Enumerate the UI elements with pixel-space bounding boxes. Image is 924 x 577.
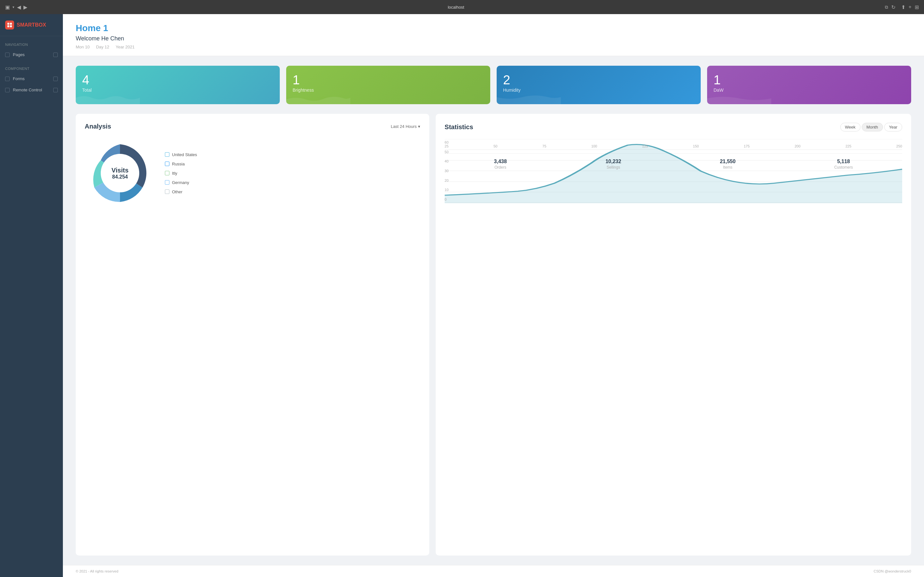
stat-number-total: 4 bbox=[82, 73, 273, 86]
x-label-25: 25 bbox=[445, 144, 449, 148]
x-label-200: 200 bbox=[795, 144, 800, 148]
translate-icon[interactable]: ⧉ bbox=[885, 5, 888, 10]
summary-orders: 3,438 Orders bbox=[494, 159, 507, 169]
url-text: localhost bbox=[448, 5, 464, 10]
items-value: 21,550 bbox=[720, 159, 736, 164]
donut-chart: Visits 84.254 bbox=[85, 138, 155, 208]
logo-text: SMARTBOX bbox=[17, 22, 46, 28]
chart-legend: United States Russia Itly Germany bbox=[165, 152, 197, 194]
items-label: Items bbox=[720, 165, 736, 169]
legend-label-russia: Russia bbox=[172, 161, 185, 166]
tab-week[interactable]: Week bbox=[840, 123, 861, 131]
legend-item-germany: Germany bbox=[165, 180, 197, 185]
analysis-title: Analysis bbox=[85, 123, 111, 130]
stat-card-daw: 1 DaW bbox=[707, 66, 911, 104]
date-day-name: Mon 10 bbox=[76, 45, 89, 49]
legend-box-russia bbox=[165, 161, 170, 166]
customers-label: Customers bbox=[834, 165, 853, 169]
stat-number-daw: 1 bbox=[714, 73, 905, 86]
svg-rect-2 bbox=[7, 25, 9, 27]
remote-checkbox-right[interactable] bbox=[53, 88, 58, 92]
analysis-content: Visits 84.254 United States Russia bbox=[85, 138, 420, 208]
browser-nav-group: ▣ ▾ ◀ ▶ bbox=[5, 4, 27, 10]
legend-item-other: Other bbox=[165, 189, 197, 194]
footer-left: © 2021 - All rights reserved bbox=[76, 569, 118, 573]
pages-checkbox-left[interactable] bbox=[5, 53, 10, 57]
footer-right: CSDN @wonderstruck0 bbox=[874, 569, 911, 573]
stat-card-total: 4 Total bbox=[76, 66, 280, 104]
x-label-75: 75 bbox=[543, 144, 546, 148]
pages-checkbox-right[interactable] bbox=[53, 53, 58, 57]
sellings-label: Sellings bbox=[606, 165, 621, 169]
summary-customers: 5,118 Customers bbox=[834, 159, 853, 169]
x-label-50: 50 bbox=[493, 144, 497, 148]
sidebar-item-remote-left: Remote Control bbox=[5, 87, 42, 92]
refresh-icon[interactable]: ↻ bbox=[891, 4, 895, 10]
remote-control-label: Remote Control bbox=[13, 87, 42, 92]
statistics-panel: Statistics Week Month Year bbox=[436, 114, 911, 556]
svg-rect-1 bbox=[10, 23, 12, 25]
sidebar-item-pages[interactable]: Pages bbox=[0, 49, 63, 60]
pages-label: Pages bbox=[13, 52, 25, 57]
sidebar-item-remote-control[interactable]: Remote Control bbox=[0, 84, 63, 95]
legend-label-itly: Itly bbox=[172, 171, 178, 176]
browser-actions: ⧉ ↻ ⬆ + ⊞ bbox=[885, 4, 919, 10]
stat-card-brightness: 1 Brightness bbox=[286, 66, 490, 104]
date-year: Year 2021 bbox=[116, 45, 135, 49]
grid-icon[interactable]: ⊞ bbox=[915, 4, 919, 10]
page-header: Home 1 Welcome He Chen Mon 10 Day 12 Yea… bbox=[63, 14, 924, 56]
remote-checkbox-left[interactable] bbox=[5, 88, 10, 92]
page-date: Mon 10 Day 12 Year 2021 bbox=[76, 45, 911, 49]
statistics-title: Statistics bbox=[445, 123, 473, 131]
sidebar-item-pages-left: Pages bbox=[5, 52, 25, 57]
svg-rect-0 bbox=[7, 23, 9, 25]
date-day-num: Day 12 bbox=[96, 45, 109, 49]
legend-box-other bbox=[165, 189, 170, 194]
page-title: Home 1 bbox=[76, 23, 911, 33]
main-content: Home 1 Welcome He Chen Mon 10 Day 12 Yea… bbox=[63, 14, 924, 577]
time-filter-button[interactable]: Last 24 Hours ▾ bbox=[391, 124, 420, 129]
svg-rect-3 bbox=[10, 25, 12, 27]
component-section-label: Component bbox=[0, 60, 63, 73]
x-label-175: 175 bbox=[744, 144, 750, 148]
legend-item-itly: Itly bbox=[165, 171, 197, 176]
sidebar: SMARTBOX Navigation Pages Component Form… bbox=[0, 14, 63, 577]
donut-label: Visits bbox=[111, 167, 129, 174]
back-icon[interactable]: ◀ bbox=[17, 4, 21, 10]
legend-box-itly bbox=[165, 171, 170, 175]
statistics-panel-header: Statistics Week Month Year bbox=[445, 123, 902, 131]
tab-month[interactable]: Month bbox=[862, 123, 883, 131]
tab-year[interactable]: Year bbox=[884, 123, 902, 131]
sidebar-toggle-icon[interactable]: ▣ bbox=[5, 4, 10, 10]
summary-sellings: 10,232 Sellings bbox=[606, 159, 621, 169]
forms-checkbox-left[interactable] bbox=[5, 77, 10, 81]
x-label-150: 150 bbox=[693, 144, 699, 148]
x-label-125: 125 bbox=[642, 144, 648, 148]
analysis-panel-header: Analysis Last 24 Hours ▾ bbox=[85, 123, 420, 130]
share-icon[interactable]: ⬆ bbox=[901, 4, 905, 10]
nav-section-label: Navigation bbox=[0, 36, 63, 49]
sidebar-item-forms-left: Forms bbox=[5, 76, 25, 81]
legend-label-us: United States bbox=[172, 152, 197, 157]
x-label-250: 250 bbox=[897, 144, 902, 148]
forward-icon[interactable]: ▶ bbox=[23, 4, 27, 10]
logo: SMARTBOX bbox=[0, 14, 63, 36]
time-filter-label: Last 24 Hours bbox=[391, 124, 417, 129]
sidebar-item-forms[interactable]: Forms bbox=[0, 73, 63, 84]
new-tab-icon[interactable]: + bbox=[909, 4, 911, 10]
stat-card-humidity: 2 Humidity bbox=[497, 66, 701, 104]
footer: © 2021 - All rights reserved CSDN @wonde… bbox=[63, 565, 924, 577]
forms-checkbox-right[interactable] bbox=[53, 77, 58, 81]
browser-chrome: ▣ ▾ ◀ ▶ localhost ⧉ ↻ ⬆ + ⊞ bbox=[0, 0, 924, 14]
analysis-panel: Analysis Last 24 Hours ▾ bbox=[76, 114, 429, 556]
logo-icon bbox=[5, 21, 14, 29]
forms-label: Forms bbox=[13, 76, 25, 81]
chevron-down-icon[interactable]: ▾ bbox=[13, 5, 15, 9]
stat-number-brightness: 1 bbox=[292, 73, 484, 86]
summary-items: 21,550 Items bbox=[720, 159, 736, 169]
page-subtitle: Welcome He Chen bbox=[76, 35, 911, 42]
stats-tabs: Week Month Year bbox=[840, 123, 902, 131]
donut-value: 84.254 bbox=[111, 174, 129, 180]
address-bar[interactable]: localhost bbox=[31, 5, 881, 10]
app-layout: SMARTBOX Navigation Pages Component Form… bbox=[0, 14, 924, 577]
